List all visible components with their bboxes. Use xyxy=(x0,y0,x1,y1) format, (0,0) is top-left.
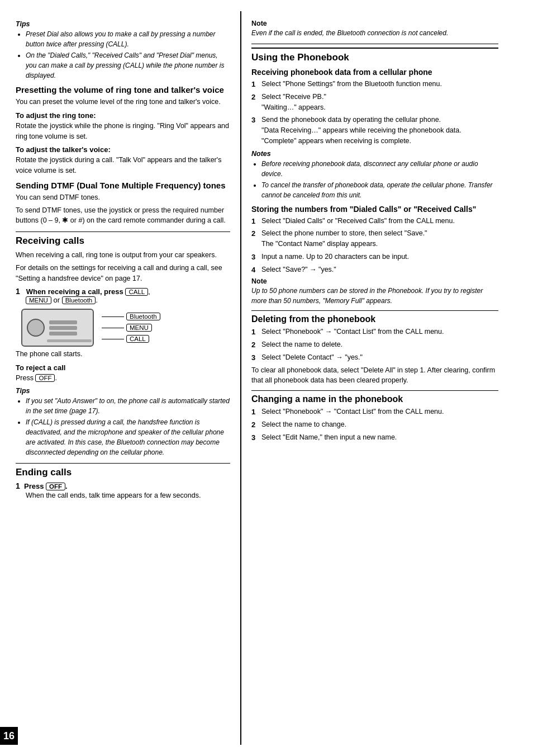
storing-steps: 1 Select "Dialed Calls" or "Received Cal… xyxy=(251,216,498,275)
step-1-label: When receiving a call, press xyxy=(26,287,123,296)
tips2-list: If you set "Auto Answer" to on, the phon… xyxy=(16,396,230,457)
tip2-item-2: If (CALL) is pressed during a call, the … xyxy=(26,417,230,457)
talker-body: Rotate the joystick during a call. "Talk… xyxy=(16,155,230,176)
tip-item-2: On the "Dialed Calls," "Received Calls" … xyxy=(26,50,230,81)
storing-step-4: 4 Select "Save?" → "yes." xyxy=(251,264,498,275)
ring-tone-label: To adjust the ring tone: xyxy=(16,111,230,120)
note-label: Note xyxy=(251,20,498,27)
ending-step1-num: 1 xyxy=(16,481,20,490)
device-diagram: Bluetooth MENU CALL xyxy=(21,309,230,347)
presetting-body: You can preset the volume level of the r… xyxy=(16,97,230,107)
call-label: CALL xyxy=(126,335,149,343)
deleting-body: To clear all phonebook data, select "Del… xyxy=(251,365,498,386)
tips-list: Preset Dial also allows you to make a ca… xyxy=(16,29,230,81)
changing-title: Changing a name in the phonebook xyxy=(251,390,498,404)
changing-step-2: 2 Select the name to change. xyxy=(251,419,498,430)
tips-label: Tips xyxy=(16,20,230,28)
step-1-num: 1 xyxy=(16,287,20,296)
note-text: Even if the call is ended, the Bluetooth… xyxy=(251,28,498,38)
deleting-section: Deleting from the phonebook 1 Select "Ph… xyxy=(251,310,498,386)
changing-section: Changing a name in the phonebook 1 Selec… xyxy=(251,390,498,442)
using-phonebook-title: Using the Phonebook xyxy=(251,48,498,63)
step-1-call-btn: CALL, xyxy=(125,287,150,296)
receiving-pb-section: Receiving phonebook data from a cellular… xyxy=(251,68,498,200)
deleting-step-2: 2 Select the name to delete. xyxy=(251,339,498,350)
top-note: Note Even if the call is ended, the Blue… xyxy=(251,20,498,38)
divider-2 xyxy=(16,463,230,464)
bluetooth-label: Bluetooth xyxy=(126,313,160,320)
reject-label: To reject a call xyxy=(16,363,230,372)
divider-1 xyxy=(16,231,230,232)
dtmf-body1: You can send DTMF tones. xyxy=(16,192,230,203)
changing-step-1: 1 Select "Phonebook" → "Contact List" fr… xyxy=(251,407,498,417)
deleting-steps: 1 Select "Phonebook" → "Contact List" fr… xyxy=(251,327,498,362)
storing-note: Up to 50 phone numbers can be stored in … xyxy=(251,286,498,306)
step-1-menu-btn: MENU or Bluetooth. xyxy=(16,296,98,304)
divider-right-1 xyxy=(251,44,498,44)
rpb-step-1: 1 Select "Phone Settings" from the Bluet… xyxy=(251,79,498,89)
ending-calls-section: Ending calls 1 Press OFF. When the call … xyxy=(16,467,230,501)
presetting-title: Presetting the volume of ring tone and t… xyxy=(16,85,230,94)
tip-item-1: Preset Dial also allows you to make a ca… xyxy=(26,29,230,49)
notes-label: Notes xyxy=(251,150,498,158)
deleting-step-3: 3 Select "Delete Contact" → "yes." xyxy=(251,352,498,363)
receiving-calls-body1: When receiving a call, ring tone is outp… xyxy=(16,250,230,261)
menu-label: MENU xyxy=(126,324,152,332)
ring-tone-body: Rotate the joystick while the phone is r… xyxy=(16,121,230,142)
using-phonebook-section: Using the Phonebook Receiving phonebook … xyxy=(251,48,498,442)
storing-title: Storing the numbers from "Dialed Calls" … xyxy=(251,205,498,214)
storing-step-1: 1 Select "Dialed Calls" or "Received Cal… xyxy=(251,216,498,226)
reject-section: To reject a call Press OFF. xyxy=(16,363,230,384)
phone-starts: The phone call starts. xyxy=(16,349,230,360)
deleting-title: Deleting from the phonebook xyxy=(251,310,498,324)
receiving-calls-body2: For details on the settings for receivin… xyxy=(16,263,230,284)
dtmf-body2: To send DTMF tones, use the joystick or … xyxy=(16,205,230,226)
device-button-labels: Bluetooth MENU CALL xyxy=(102,313,160,343)
changing-step-3: 3 Select "Edit Name," then input a new n… xyxy=(251,432,498,443)
right-column: Note Even if the call is ended, the Blue… xyxy=(240,11,514,745)
ending-step1-block: 1 Press OFF. When the call ends, talk ti… xyxy=(16,481,230,501)
storing-note-label: Note xyxy=(251,277,498,285)
dtmf-title: Sending DTMF (Dual Tone Multiple Frequen… xyxy=(16,181,230,190)
rpb-step-2: 2 Select "Receive PB." "Waiting…" appear… xyxy=(251,92,498,113)
step-1-block: 1 When receiving a call, press CALL, MEN… xyxy=(16,287,230,304)
talker-label: To adjust the talker's voice: xyxy=(16,145,230,154)
ending-step1-body: When the call ends, talk time appears fo… xyxy=(16,490,230,501)
storing-step-2: 2 Select the phone number to store, then… xyxy=(251,228,498,249)
receiving-calls-title: Receiving calls xyxy=(16,235,230,247)
dtmf-section: Sending DTMF (Dual Tone Multiple Frequen… xyxy=(16,181,230,226)
reject-body: Press OFF. xyxy=(16,373,230,384)
changing-steps: 1 Select "Phonebook" → "Contact List" fr… xyxy=(251,407,498,442)
note-item-2: To cancel the transfer of phonebook data… xyxy=(261,180,498,200)
receiving-pb-steps: 1 Select "Phone Settings" from the Bluet… xyxy=(251,79,498,147)
tips-section: Tips Preset Dial also allows you to make… xyxy=(16,20,230,81)
receiving-pb-title: Receiving phonebook data from a cellular… xyxy=(251,68,498,77)
notes-list: Before receiving phonebook data, disconn… xyxy=(251,159,498,200)
storing-section: Storing the numbers from "Dialed Calls" … xyxy=(251,205,498,306)
receiving-calls-section: Receiving calls When receiving a call, r… xyxy=(16,235,230,457)
deleting-step-1: 1 Select "Phonebook" → "Contact List" fr… xyxy=(251,327,498,337)
note-item-1: Before receiving phonebook data, disconn… xyxy=(261,159,498,179)
tips2-label: Tips xyxy=(16,387,230,395)
storing-step-3: 3 Input a name. Up to 20 characters can … xyxy=(251,252,498,262)
rpb-step-3: 3 Send the phonebook data by operating t… xyxy=(251,115,498,146)
presetting-section: Presetting the volume of ring tone and t… xyxy=(16,85,230,176)
ending-calls-title: Ending calls xyxy=(16,467,230,478)
tip2-item-1: If you set "Auto Answer" to on, the phon… xyxy=(26,396,230,416)
page-number: 16 xyxy=(0,727,18,745)
tips2-section: Tips If you set "Auto Answer" to on, the… xyxy=(16,387,230,457)
